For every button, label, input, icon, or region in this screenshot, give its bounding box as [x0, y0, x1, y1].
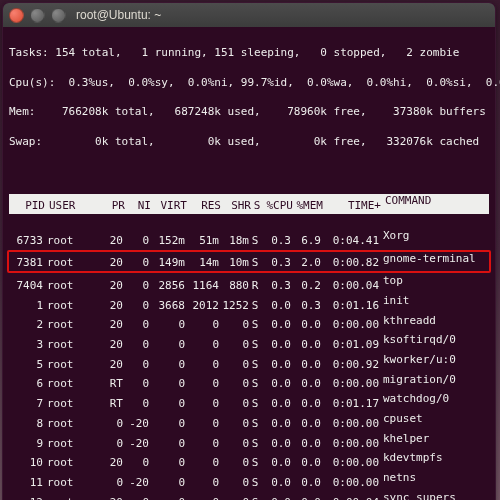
minimize-icon[interactable]: [30, 8, 45, 23]
column-header: PIDUSERPRNIVIRTRESSHRS%CPU%MEMTIME+COMMA…: [9, 194, 489, 214]
cell: 2.0: [291, 256, 321, 271]
cell: root: [47, 338, 81, 353]
cell: 0: [219, 318, 249, 333]
table-row: 6733root200152m51m18mS0.36.90:04.41Xorg: [9, 229, 489, 249]
cell: 0.3: [291, 299, 321, 314]
cell: 0:00.00: [321, 377, 379, 392]
cell: 0:00.82: [321, 256, 379, 271]
col-ni: NI: [125, 199, 151, 214]
cell: 0:01.16: [321, 299, 379, 314]
cell: S: [249, 397, 261, 412]
cell: 20: [81, 358, 123, 373]
col-s: S: [251, 199, 263, 214]
table-row: 7404root20028561164880R0.30.20:00.04top: [9, 274, 489, 294]
cell: 0:00.04: [321, 496, 379, 500]
cell: 11: [9, 476, 43, 491]
cell: 0: [123, 256, 149, 271]
cell: 0: [185, 338, 219, 353]
cell: S: [249, 476, 261, 491]
cell: cpuset: [383, 412, 500, 427]
table-row: 5root200000S0.00.00:00.92kworker/u:0: [9, 353, 489, 373]
cell: kworker/u:0: [383, 353, 500, 368]
cell: top: [383, 274, 500, 289]
summary-mem: Mem: 766208k total, 687248k used, 78960k…: [9, 105, 489, 120]
cell: 3: [9, 338, 43, 353]
cell: 0: [219, 358, 249, 373]
cell: 0.0: [261, 358, 291, 373]
cell: 0:00.00: [321, 318, 379, 333]
titlebar[interactable]: root@Ubuntu: ~: [3, 3, 495, 27]
cell: -20: [123, 476, 149, 491]
cell: R: [249, 279, 261, 294]
cell: 0.0: [261, 417, 291, 432]
table-row: 11root0-20000S0.00.00:00.00netns: [9, 471, 489, 491]
cell: S: [249, 318, 261, 333]
cell: 9: [9, 437, 43, 452]
process-list: 6733root200152m51m18mS0.36.90:04.41Xorg7…: [9, 229, 489, 500]
maximize-icon[interactable]: [51, 8, 66, 23]
cell: 0.0: [261, 299, 291, 314]
cell: 0: [123, 234, 149, 249]
cell: 0.0: [261, 377, 291, 392]
cell: 0: [185, 496, 219, 500]
cell: 0: [219, 338, 249, 353]
cell: 0: [219, 437, 249, 452]
cell: kthreadd: [383, 314, 500, 329]
cell: 0: [185, 417, 219, 432]
cell: root: [47, 476, 81, 491]
cell: 0.0: [291, 437, 321, 452]
cell: root: [47, 417, 81, 432]
cell: 0: [81, 417, 123, 432]
cell: 20: [81, 299, 123, 314]
cell: 0.0: [291, 358, 321, 373]
blank-line: [9, 165, 489, 180]
cell: 0:00.00: [321, 417, 379, 432]
terminal-body[interactable]: Tasks: 154 total, 1 running, 151 sleepin…: [3, 27, 495, 500]
cell: 880: [219, 279, 249, 294]
cell: -20: [123, 417, 149, 432]
cell: netns: [383, 471, 500, 486]
cell: 3668: [149, 299, 185, 314]
cell: 0: [123, 456, 149, 471]
cell: 0.2: [291, 279, 321, 294]
cell: 0.0: [291, 397, 321, 412]
window-title: root@Ubuntu: ~: [76, 8, 161, 22]
cell: 1: [9, 299, 43, 314]
cell: S: [249, 437, 261, 452]
cell: root: [47, 299, 81, 314]
cell: S: [249, 256, 261, 271]
col-cpu: %CPU: [263, 199, 293, 214]
cell: root: [47, 437, 81, 452]
cell: root: [47, 279, 81, 294]
cell: 0: [219, 377, 249, 392]
table-row: 10root200000S0.00.00:00.00kdevtmpfs: [9, 451, 489, 471]
cell: 12: [9, 496, 43, 500]
cell: 0: [123, 397, 149, 412]
table-row: 2root200000S0.00.00:00.00kthreadd: [9, 314, 489, 334]
cell: 0: [123, 338, 149, 353]
cell: 0.0: [261, 397, 291, 412]
table-row: 9root0-20000S0.00.00:00.00khelper: [9, 432, 489, 452]
cell: 7: [9, 397, 43, 412]
cell: 0: [123, 299, 149, 314]
cell: 20: [81, 338, 123, 353]
summary-tasks: Tasks: 154 total, 1 running, 151 sleepin…: [9, 46, 489, 61]
cell: kdevtmpfs: [383, 451, 500, 466]
cell: 0:04.41: [321, 234, 379, 249]
cell: S: [249, 377, 261, 392]
cell: RT: [81, 377, 123, 392]
cell: 0: [185, 358, 219, 373]
cell: 149m: [149, 256, 185, 271]
close-icon[interactable]: [9, 8, 24, 23]
col-pid: PID: [11, 199, 45, 214]
cell: 0: [123, 496, 149, 500]
cell: 0.0: [291, 496, 321, 500]
cell: S: [249, 417, 261, 432]
col-mem: %MEM: [293, 199, 323, 214]
cell: 0.0: [261, 476, 291, 491]
cell: 0: [185, 456, 219, 471]
cell: 0: [219, 456, 249, 471]
cell: 0.0: [291, 417, 321, 432]
cell: init: [383, 294, 500, 309]
col-virt: VIRT: [151, 199, 187, 214]
